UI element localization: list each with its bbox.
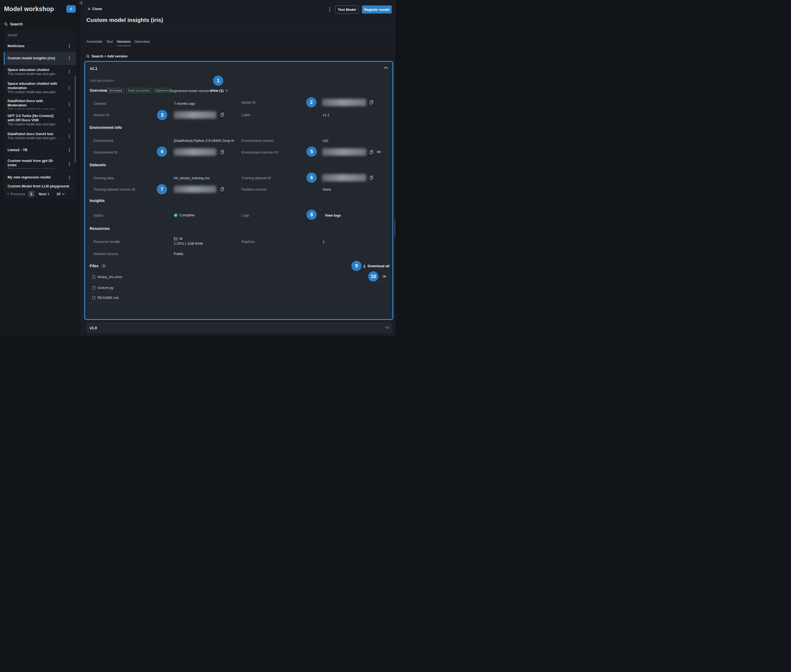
environment-version-id-label: Environment version ID: [241, 150, 278, 154]
chevron-left-icon: [7, 192, 9, 195]
download-all-button[interactable]: Download all: [363, 264, 389, 268]
add-description-field[interactable]: Add description: [89, 78, 114, 83]
tab-versions[interactable]: Versions: [117, 40, 131, 46]
pagination: Previous 1 Next 20: [4, 189, 76, 199]
model-item-description: This custom model was auto-generat...: [8, 136, 60, 140]
model-list-item[interactable]: DataRobot Docs with ModerationThis custo…: [4, 97, 76, 111]
file-row-divider: [89, 282, 388, 282]
file-row-divider: [89, 302, 388, 303]
environment-id-label: Environment ID: [93, 150, 118, 154]
annotation-circle-1: 1: [213, 75, 223, 86]
model-list-item[interactable]: Custom model from gpt-35-turboThis custo…: [4, 157, 76, 171]
register-model-button[interactable]: Register model: [362, 5, 392, 14]
model-item-menu-button[interactable]: [62, 65, 76, 78]
model-list-item[interactable]: Custom Model from LLM playground: [4, 184, 76, 189]
versions-search-label: Search: [91, 54, 103, 58]
copy-icon[interactable]: [221, 150, 224, 154]
add-model-button[interactable]: [66, 5, 76, 13]
check-circle-icon: [174, 213, 177, 217]
test-model-button[interactable]: Test Model: [335, 5, 359, 14]
kebab-icon: [329, 7, 330, 12]
pagination-page-1[interactable]: 1: [29, 191, 34, 197]
model-item-cell: Custom Model from LLM playground: [4, 184, 76, 188]
model-list-item[interactable]: Space education chatbotThis custom model…: [4, 65, 76, 79]
kebab-icon: [69, 44, 70, 48]
pagination-next-button[interactable]: Next: [39, 192, 50, 196]
add-version-button[interactable]: + Add version: [104, 54, 128, 58]
tab-test[interactable]: Test: [106, 40, 113, 46]
copy-icon[interactable]: [369, 176, 373, 180]
tab-assemble[interactable]: Assemble: [86, 40, 102, 46]
training-dataset-id-value-redacted: [322, 174, 366, 181]
tab-overview[interactable]: Overview: [134, 40, 150, 46]
column-divider: [317, 173, 318, 195]
collapse-sidebar-button[interactable]: [79, 0, 83, 5]
model-item-menu-button[interactable]: [62, 41, 76, 52]
status-label: Status: [93, 213, 104, 218]
file-row[interactable]: custom.py: [92, 286, 113, 290]
model-item-menu-button[interactable]: [62, 129, 76, 143]
model-list-item[interactable]: Custom model insights (iris): [4, 52, 76, 65]
column-divider: [317, 209, 318, 221]
column-divider: [168, 173, 169, 195]
collapse-version-button[interactable]: [384, 66, 388, 69]
training-dataset-version-id-value-redacted: [174, 186, 216, 193]
model-id-value-redacted: [322, 99, 366, 106]
column-divider: [317, 97, 318, 122]
model-list-item[interactable]: Llama2 - 7B: [4, 143, 76, 157]
page-size-select[interactable]: 20: [57, 192, 64, 196]
file-icon: [92, 286, 95, 290]
close-button[interactable]: Close: [88, 7, 102, 11]
model-workshop-app: Model workshop Search Model MulticlassCu…: [0, 0, 395, 336]
model-item-menu-button[interactable]: [62, 52, 76, 65]
model-item-description: This custom model was auto-generat...: [8, 72, 60, 76]
eye-icon[interactable]: [382, 275, 387, 278]
model-item-menu-button[interactable]: [62, 157, 76, 170]
view-registered-versions-dropdown[interactable]: View (1): [210, 88, 228, 93]
files-heading-group: Files 3: [89, 264, 106, 268]
copy-icon[interactable]: [221, 113, 224, 117]
annotation-circle-10: 10: [368, 271, 379, 282]
model-item-menu-button[interactable]: [62, 97, 76, 111]
versions-search[interactable]: Search: [86, 54, 103, 58]
sidebar-scrollbar[interactable]: [75, 75, 76, 162]
model-item-menu-button[interactable]: [62, 143, 76, 157]
model-item-title: DataRobot Docs with Moderation: [8, 99, 60, 107]
model-item-menu-button[interactable]: [62, 111, 76, 129]
model-item-menu-button[interactable]: [62, 79, 76, 97]
column-divider: [168, 209, 169, 221]
expand-version-button[interactable]: [385, 326, 389, 329]
pagination-previous-button[interactable]: Previous: [7, 192, 25, 196]
annotation-circle-8: 8: [307, 210, 317, 220]
model-list-item[interactable]: GPT 3.5 Turbo [No Context] with DR Docs …: [4, 111, 76, 129]
file-row[interactable]: README.md: [92, 296, 118, 300]
sidebar-search[interactable]: Search: [4, 22, 23, 26]
file-row[interactable]: binary_iris.onnx: [92, 275, 122, 279]
model-item-title: Custom model from gpt-35-turbo: [8, 158, 60, 167]
copy-icon[interactable]: [221, 187, 224, 191]
model-list-item[interactable]: DataRobot docs GenAI testThis custom mod…: [4, 129, 76, 143]
more-actions-button[interactable]: [327, 7, 332, 12]
sidebar-title: Model workshop: [4, 5, 54, 13]
eye-icon[interactable]: [377, 150, 381, 154]
model-list-item[interactable]: Space education chatbot with moderationT…: [4, 79, 76, 97]
registered-versions-label: Registered model versions:: [170, 89, 213, 93]
model-item-cell: Llama2 - 7B: [4, 143, 62, 157]
model-list-item[interactable]: Multiclass: [4, 41, 76, 52]
main-scrollbar[interactable]: [395, 221, 395, 235]
annotation-circle-2: 2: [306, 97, 316, 107]
copy-icon[interactable]: [369, 150, 373, 154]
resource-bundle-size-group: M: [174, 237, 182, 241]
kebab-icon: [69, 56, 70, 60]
model-item-menu-button[interactable]: [62, 171, 76, 184]
version-card-v1-0[interactable]: v1.0: [86, 322, 392, 333]
label-label: Label: [241, 113, 250, 117]
copy-icon[interactable]: [369, 100, 373, 104]
column-divider: [168, 135, 169, 160]
view-logs-link[interactable]: View logs: [325, 213, 341, 218]
model-list-item[interactable]: My new regression model: [4, 171, 76, 184]
training-dataset-id-label: Training dataset ID: [241, 176, 271, 180]
version-id-value-redacted: [174, 111, 216, 118]
chevron-left-icon: [80, 2, 82, 4]
file-name: custom.py: [97, 286, 113, 290]
